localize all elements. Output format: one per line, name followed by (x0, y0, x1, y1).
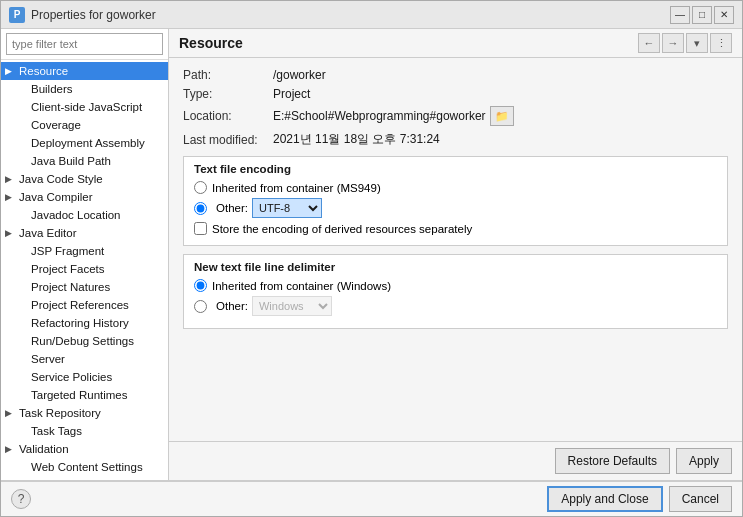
sidebar-item-service-policies[interactable]: Service Policies (1, 368, 168, 386)
expand-arrow-validation: ▶ (5, 444, 19, 454)
sidebar-item-coverage[interactable]: Coverage (1, 116, 168, 134)
window-title: Properties for goworker (31, 8, 670, 22)
store-encoding-checkbox[interactable] (194, 222, 207, 235)
sidebar-item-label-java-build-path: Java Build Path (31, 155, 164, 167)
sidebar-item-label-task-repository: Task Repository (19, 407, 164, 419)
inherited-encoding-radio[interactable] (194, 181, 207, 194)
inherited-encoding-row: Inherited from container (MS949) (194, 181, 717, 194)
other-delimiter-label-text: Other: (216, 300, 248, 312)
sidebar-item-jsp-fragment[interactable]: JSP Fragment (1, 242, 168, 260)
sidebar-item-validation[interactable]: ▶Validation (1, 440, 168, 458)
minimize-button[interactable]: — (670, 6, 690, 24)
menu-button[interactable]: ⋮ (710, 33, 732, 53)
type-row: Type: Project (183, 87, 728, 101)
sidebar-item-java-code-style[interactable]: ▶Java Code Style (1, 170, 168, 188)
bottom-buttons: Apply and Close Cancel (547, 486, 732, 512)
location-label: Location: (183, 109, 273, 123)
sidebar-item-label-run-debug-settings: Run/Debug Settings (31, 335, 164, 347)
panel-body: Path: /goworker Type: Project Location: … (169, 58, 742, 441)
sidebar-item-label-coverage: Coverage (31, 119, 164, 131)
sidebar: ▶ResourceBuildersClient-side JavaScriptC… (1, 29, 169, 480)
cancel-button[interactable]: Cancel (669, 486, 732, 512)
type-value: Project (273, 87, 310, 101)
sidebar-item-targeted-runtimes[interactable]: Targeted Runtimes (1, 386, 168, 404)
text-encoding-section: Text file encoding Inherited from contai… (183, 156, 728, 246)
path-value: /goworker (273, 68, 326, 82)
last-modified-label: Last modified: (183, 133, 273, 147)
store-encoding-label: Store the encoding of derived resources … (212, 223, 472, 235)
restore-defaults-button[interactable]: Restore Defaults (555, 448, 670, 474)
sidebar-item-project-natures[interactable]: Project Natures (1, 278, 168, 296)
sidebar-item-label-client-side-js: Client-side JavaScript (31, 101, 164, 113)
other-encoding-control: Other: UTF-8MS949ISO-8859-1UTF-16US-ASCI… (194, 198, 322, 218)
main-content: ▶ResourceBuildersClient-side JavaScriptC… (1, 29, 742, 480)
panel-title: Resource (179, 35, 243, 51)
sidebar-item-javadoc-location[interactable]: Javadoc Location (1, 206, 168, 224)
sidebar-item-label-server: Server (31, 353, 164, 365)
maximize-button[interactable]: □ (692, 6, 712, 24)
sidebar-item-label-service-policies: Service Policies (31, 371, 164, 383)
location-row: Location: E:#School#Webprogramming#gowor… (183, 106, 728, 126)
sidebar-item-label-project-facets: Project Facets (31, 263, 164, 275)
sidebar-item-run-debug-settings[interactable]: Run/Debug Settings (1, 332, 168, 350)
sidebar-item-client-side-js[interactable]: Client-side JavaScript (1, 98, 168, 116)
right-panel: Resource ← → ▾ ⋮ Path: /goworker Type: P… (169, 29, 742, 480)
sidebar-item-java-editor[interactable]: ▶Java Editor (1, 224, 168, 242)
sidebar-item-resource[interactable]: ▶Resource (1, 62, 168, 80)
back-button[interactable]: ← (638, 33, 660, 53)
sidebar-item-label-deployment-assembly: Deployment Assembly (31, 137, 164, 149)
close-button[interactable]: ✕ (714, 6, 734, 24)
sidebar-item-label-java-editor: Java Editor (19, 227, 164, 239)
location-browse-button[interactable]: 📁 (490, 106, 514, 126)
bottom-bar: ? Apply and Close Cancel (1, 480, 742, 516)
path-row: Path: /goworker (183, 68, 728, 82)
panel-header: Resource ← → ▾ ⋮ (169, 29, 742, 58)
sidebar-item-label-targeted-runtimes: Targeted Runtimes (31, 389, 164, 401)
expand-arrow-resource: ▶ (5, 66, 19, 76)
last-modified-row: Last modified: 2021년 11월 18일 오후 7:31:24 (183, 131, 728, 148)
inherited-delimiter-radio[interactable] (194, 279, 207, 292)
sidebar-item-web-content-settings[interactable]: Web Content Settings (1, 458, 168, 476)
encoding-select[interactable]: UTF-8MS949ISO-8859-1UTF-16US-ASCII (252, 198, 322, 218)
other-delimiter-radio[interactable] (194, 300, 207, 313)
sidebar-item-label-java-code-style: Java Code Style (19, 173, 164, 185)
window-controls: — □ ✕ (670, 6, 734, 24)
sidebar-item-server[interactable]: Server (1, 350, 168, 368)
sidebar-item-java-compiler[interactable]: ▶Java Compiler (1, 188, 168, 206)
line-delimiter-section: New text file line delimiter Inherited f… (183, 254, 728, 329)
sidebar-item-java-build-path[interactable]: Java Build Path (1, 152, 168, 170)
text-encoding-title: Text file encoding (194, 163, 717, 175)
apply-button[interactable]: Apply (676, 448, 732, 474)
forward-button[interactable]: → (662, 33, 684, 53)
properties-window: P Properties for goworker — □ ✕ ▶Resourc… (0, 0, 743, 517)
other-encoding-radio[interactable] (194, 202, 207, 215)
inherited-delimiter-label: Inherited from container (Windows) (212, 280, 391, 292)
sidebar-item-task-repository[interactable]: ▶Task Repository (1, 404, 168, 422)
expand-arrow-task-repository: ▶ (5, 408, 19, 418)
location-value: E:#School#Webprogramming#goworker (273, 109, 486, 123)
search-box (1, 29, 168, 60)
sidebar-item-label-java-compiler: Java Compiler (19, 191, 164, 203)
dropdown-button[interactable]: ▾ (686, 33, 708, 53)
sidebar-item-project-facets[interactable]: Project Facets (1, 260, 168, 278)
inherited-encoding-label: Inherited from container (MS949) (212, 182, 381, 194)
tree-list: ▶ResourceBuildersClient-side JavaScriptC… (1, 60, 168, 480)
sidebar-item-refactoring-history[interactable]: Refactoring History (1, 314, 168, 332)
sidebar-item-label-javadoc-location: Javadoc Location (31, 209, 164, 221)
sidebar-item-project-references[interactable]: Project References (1, 296, 168, 314)
apply-close-button[interactable]: Apply and Close (547, 486, 662, 512)
sidebar-item-deployment-assembly[interactable]: Deployment Assembly (1, 134, 168, 152)
sidebar-item-task-tags[interactable]: Task Tags (1, 422, 168, 440)
search-input[interactable] (6, 33, 163, 55)
other-delimiter-row: Other: WindowsUnixMacOS (194, 296, 717, 316)
panel-footer: Restore Defaults Apply (169, 441, 742, 480)
window-icon: P (9, 7, 25, 23)
type-label: Type: (183, 87, 273, 101)
help-button[interactable]: ? (11, 489, 31, 509)
panel-toolbar: ← → ▾ ⋮ (638, 33, 732, 53)
expand-arrow-java-code-style: ▶ (5, 174, 19, 184)
title-bar: P Properties for goworker — □ ✕ (1, 1, 742, 29)
sidebar-item-label-resource: Resource (19, 65, 164, 77)
delimiter-select[interactable]: WindowsUnixMacOS (252, 296, 332, 316)
sidebar-item-builders[interactable]: Builders (1, 80, 168, 98)
